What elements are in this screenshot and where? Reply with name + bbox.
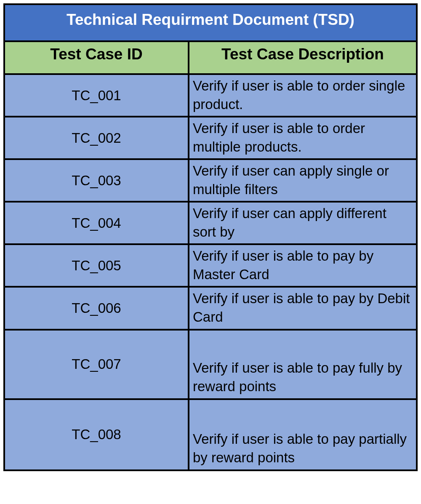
cell-id: TC_008 bbox=[5, 400, 189, 469]
table-row: TC_006Verify if user is able to pay by D… bbox=[5, 288, 416, 330]
cell-id: TC_004 bbox=[5, 203, 189, 243]
cell-id: TC_005 bbox=[5, 245, 189, 286]
table-row: TC_001Verify if user is able to order si… bbox=[5, 75, 416, 117]
table-row: TC_008Verify if user is able to pay part… bbox=[5, 400, 416, 469]
cell-id: TC_003 bbox=[5, 160, 189, 201]
col-header-id: Test Case ID bbox=[5, 42, 189, 73]
table-row: TC_002Verify if user is able to order mu… bbox=[5, 117, 416, 160]
tsd-table: Technical Requirment Document (TSD) Test… bbox=[3, 3, 418, 471]
table-header-row: Test Case ID Test Case Description bbox=[5, 42, 416, 75]
cell-desc: Verify if user is able to order single p… bbox=[189, 75, 416, 116]
table-title: Technical Requirment Document (TSD) bbox=[5, 5, 416, 42]
cell-desc: Verify if user is able to pay partially … bbox=[189, 400, 416, 469]
cell-id: TC_001 bbox=[5, 75, 189, 116]
cell-desc: Verify if user can apply single or multi… bbox=[189, 160, 416, 201]
cell-id: TC_006 bbox=[5, 288, 189, 328]
cell-id: TC_002 bbox=[5, 117, 189, 158]
table-row: TC_005Verify if user is able to pay by M… bbox=[5, 245, 416, 288]
cell-desc: Verify if user can apply different sort … bbox=[189, 203, 416, 243]
cell-desc: Verify if user is able to pay by Debit C… bbox=[189, 288, 416, 328]
table-row: TC_007Verify if user is able to pay full… bbox=[5, 331, 416, 400]
cell-id: TC_007 bbox=[5, 331, 189, 398]
cell-desc: Verify if user is able to pay fully by r… bbox=[189, 331, 416, 398]
cell-desc: Verify if user is able to pay by Master … bbox=[189, 245, 416, 286]
table-row: TC_004Verify if user can apply different… bbox=[5, 203, 416, 245]
table-body: TC_001Verify if user is able to order si… bbox=[5, 75, 416, 469]
col-header-desc: Test Case Description bbox=[189, 42, 416, 73]
cell-desc: Verify if user is able to order multiple… bbox=[189, 117, 416, 158]
table-row: TC_003Verify if user can apply single or… bbox=[5, 160, 416, 203]
